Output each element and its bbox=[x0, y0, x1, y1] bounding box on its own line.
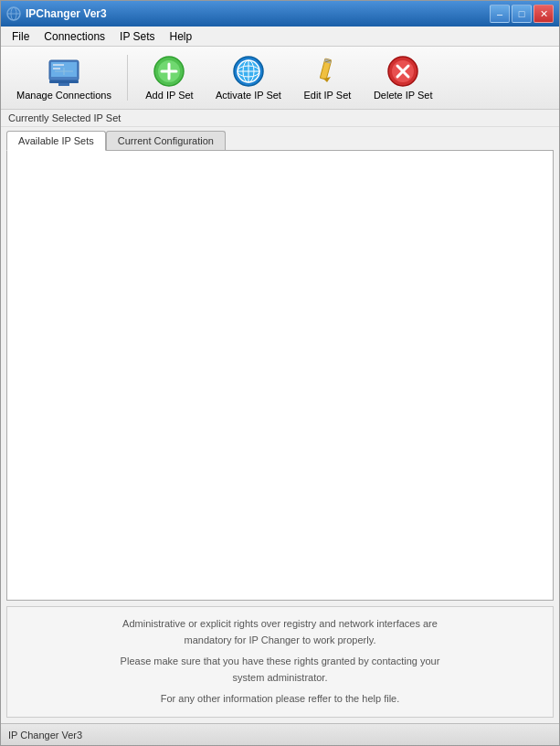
menu-bar: File Connections IP Sets Help bbox=[1, 27, 559, 47]
edit-ip-set-icon bbox=[311, 55, 343, 88]
info-line-2: Please make sure that you have these rig… bbox=[22, 654, 538, 686]
svg-rect-5 bbox=[53, 64, 64, 66]
activate-ip-set-button[interactable]: Activate IP Set bbox=[207, 50, 290, 105]
tab-bar: Available IP Sets Current Configuration bbox=[6, 131, 554, 150]
menu-help[interactable]: Help bbox=[163, 28, 200, 45]
tab-current-configuration[interactable]: Current Configuration bbox=[106, 131, 226, 150]
menu-connections[interactable]: Connections bbox=[37, 28, 112, 45]
manage-connections-button[interactable]: Manage Connections bbox=[8, 50, 120, 105]
tab-content-available bbox=[6, 150, 554, 601]
maximize-button[interactable]: □ bbox=[512, 5, 532, 23]
status-bar: IP Changer Ver3 bbox=[1, 723, 559, 745]
main-window: IPChanger Ver3 – □ ✕ File Connections IP… bbox=[0, 0, 560, 746]
status-text: IP Changer Ver3 bbox=[8, 730, 82, 741]
info-line-3: For any other information please reffer … bbox=[22, 691, 538, 708]
title-buttons: – □ ✕ bbox=[490, 5, 554, 23]
svg-rect-7 bbox=[49, 80, 79, 83]
title-bar-left: IPChanger Ver3 bbox=[6, 6, 107, 21]
delete-ip-set-button[interactable]: Delete IP Set bbox=[365, 50, 441, 105]
activate-ip-set-label: Activate IP Set bbox=[216, 90, 281, 101]
title-bar: IPChanger Ver3 – □ ✕ bbox=[1, 1, 559, 27]
tab-available-ip-sets[interactable]: Available IP Sets bbox=[6, 131, 106, 151]
manage-connections-icon bbox=[48, 55, 80, 88]
activate-ip-set-icon bbox=[232, 55, 265, 88]
close-button[interactable]: ✕ bbox=[534, 5, 554, 23]
window-title: IPChanger Ver3 bbox=[26, 7, 107, 20]
toolbar-sep-1 bbox=[127, 55, 128, 101]
info-box: Administrative or explicit rights over r… bbox=[6, 606, 554, 718]
menu-ip-sets[interactable]: IP Sets bbox=[112, 28, 162, 45]
add-ip-set-label: Add IP Set bbox=[145, 90, 193, 101]
add-ip-set-button[interactable]: Add IP Set bbox=[135, 50, 204, 105]
edit-ip-set-button[interactable]: Edit IP Set bbox=[293, 50, 362, 105]
manage-connections-label: Manage Connections bbox=[16, 90, 111, 101]
delete-ip-set-icon bbox=[386, 55, 419, 88]
edit-ip-set-label: Edit IP Set bbox=[304, 90, 352, 101]
svg-rect-8 bbox=[58, 83, 69, 86]
tabs-container: Available IP Sets Current Configuration bbox=[1, 127, 559, 601]
info-line-1: Administrative or explicit rights over r… bbox=[22, 616, 538, 648]
toolbar: Manage Connections Add IP Set bbox=[1, 47, 559, 110]
delete-ip-set-label: Delete IP Set bbox=[374, 90, 433, 101]
app-icon bbox=[6, 6, 21, 21]
svg-rect-6 bbox=[53, 68, 60, 69]
menu-file[interactable]: File bbox=[5, 28, 37, 45]
minimize-button[interactable]: – bbox=[490, 5, 510, 23]
selected-ip-set-label: Currently Selected IP Set bbox=[1, 110, 559, 127]
add-ip-set-icon bbox=[153, 55, 185, 88]
